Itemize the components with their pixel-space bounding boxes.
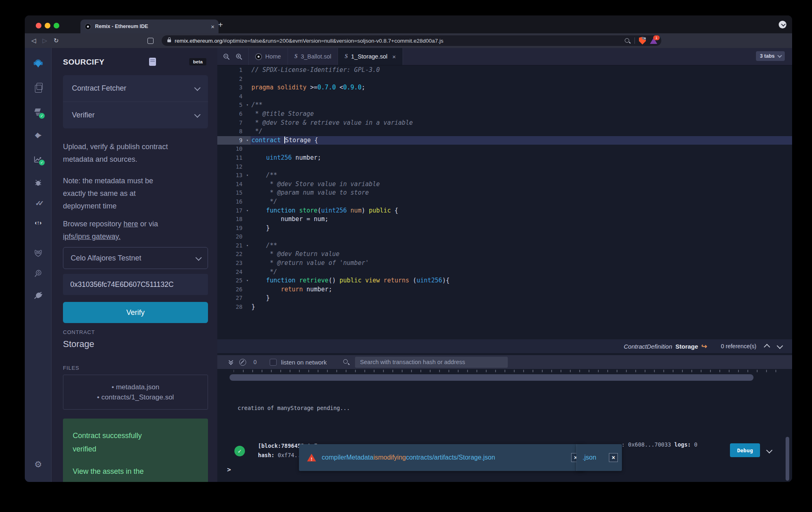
traffic-close-button[interactable]: [36, 23, 41, 28]
code-line[interactable]: 12: [217, 163, 792, 171]
verify-button[interactable]: Verify: [63, 302, 208, 323]
fold-icon[interactable]: ▾: [243, 206, 251, 215]
reload-button[interactable]: ↻: [54, 37, 59, 44]
code-line[interactable]: 13▾ /**: [217, 171, 792, 180]
fold-icon[interactable]: ▾: [243, 171, 251, 180]
expand-terminal-icon[interactable]: [229, 360, 232, 365]
line-number: 21: [217, 241, 243, 250]
eth-search-icon[interactable]: [33, 269, 43, 278]
code-token: /**: [251, 171, 277, 179]
deploy-and-run-icon[interactable]: ◆▸: [33, 130, 43, 140]
code-line[interactable]: 11 uint256 number;: [217, 154, 792, 163]
terminal-prompt[interactable]: >: [227, 466, 231, 473]
listen-on-network-checkbox[interactable]: [270, 359, 277, 366]
new-tab-button[interactable]: +: [218, 20, 223, 30]
tab-storage-sol[interactable]: S 1_Storage.sol ×: [338, 48, 403, 65]
line-number: 15: [217, 189, 243, 197]
code-line[interactable]: 16 */: [217, 197, 792, 206]
code-line[interactable]: 2: [217, 75, 792, 84]
browser-tab[interactable]: Remix - Ethereum IDE ×: [80, 20, 219, 33]
toast-close-icon[interactable]: ×: [609, 453, 618, 462]
code-line[interactable]: 17▾ function store(uint256 num) public {: [217, 206, 792, 215]
docs-book-icon[interactable]: [149, 58, 156, 66]
code-line[interactable]: 3pragma solidity >=0.7.0 <0.9.0;: [217, 83, 792, 92]
code-text: */: [251, 197, 277, 206]
code-line[interactable]: 18 number = num;: [217, 215, 792, 224]
zoom-page-icon[interactable]: [624, 38, 630, 44]
analytics-icon[interactable]: ✓: [33, 154, 43, 164]
zoom-out-icon[interactable]: [223, 53, 230, 60]
tab-home[interactable]: Home: [248, 48, 288, 65]
network-select[interactable]: Celo Alfajores Testnet: [63, 247, 208, 269]
repository-link[interactable]: here: [123, 220, 138, 228]
code-line[interactable]: 26 return number;: [217, 285, 792, 294]
adblock-extension-icon[interactable]: 1: [650, 37, 657, 44]
code-line[interactable]: 9▾contract Storage {: [217, 136, 792, 145]
sourcify-verify-icon[interactable]: ‹↑›: [33, 218, 43, 228]
traffic-minimize-button[interactable]: [45, 23, 50, 28]
ipfs-gateway-link[interactable]: ipfs/ipns gateway.: [63, 232, 121, 241]
code-line[interactable]: 7 * @dev Store & retrieve value in a var…: [217, 119, 792, 128]
code-line[interactable]: 14 * @dev Store value in variable: [217, 180, 792, 189]
fold-icon[interactable]: ▾: [243, 241, 251, 250]
tab-close-icon[interactable]: ×: [211, 23, 214, 30]
fold-icon[interactable]: ▾: [243, 101, 251, 110]
code-line[interactable]: 27 }: [217, 294, 792, 303]
tab-close-icon[interactable]: ×: [392, 53, 396, 60]
address-bar[interactable]: remix.ethereum.org/#optimize=false&runs=…: [162, 35, 661, 46]
collapse-tx-icon[interactable]: [767, 448, 771, 454]
fold-icon[interactable]: ▾: [243, 136, 251, 145]
code-line[interactable]: 8 */: [217, 127, 792, 136]
chevron-down-icon: [194, 85, 201, 91]
code-line[interactable]: 5▾/**: [217, 101, 792, 110]
contract-address-input[interactable]: [63, 274, 208, 295]
file-item[interactable]: metadata.json: [63, 383, 208, 391]
solidity-compiler-icon[interactable]: ✓: [33, 108, 43, 117]
zoom-in-icon[interactable]: [236, 53, 243, 60]
previous-reference-icon[interactable]: [764, 344, 770, 350]
brave-shield-icon[interactable]: 2: [639, 37, 646, 45]
back-button[interactable]: ◁: [31, 37, 36, 44]
accordion-contract-fetcher[interactable]: Contract Fetcher: [63, 75, 208, 102]
analytics-check-icon: ✓: [39, 159, 45, 166]
next-reference-icon[interactable]: [777, 343, 783, 349]
owl-plugin-icon[interactable]: [33, 248, 43, 258]
code-line[interactable]: 22 * @dev Return value: [217, 250, 792, 259]
code-line[interactable]: 1// SPDX-License-Identifier: GPL-3.0: [217, 66, 792, 75]
unit-testing-icon[interactable]: ✓✓: [33, 198, 43, 208]
code-line[interactable]: 10: [217, 145, 792, 154]
forward-button[interactable]: ▷: [43, 37, 48, 44]
fold-icon[interactable]: ▾: [243, 276, 251, 285]
vertical-scrollbar[interactable]: [786, 437, 789, 481]
code-line[interactable]: 23 * @return value of 'number': [217, 259, 792, 268]
code-line[interactable]: 19 }: [217, 224, 792, 233]
debug-button[interactable]: Debug: [730, 443, 760, 457]
code-line[interactable]: 15 * @param num value to store: [217, 189, 792, 197]
sourcify-logo-icon[interactable]: [33, 59, 43, 68]
accordion-verifier[interactable]: Verifier: [63, 102, 208, 128]
debugger-icon[interactable]: [33, 178, 43, 188]
code-line[interactable]: 25▾ function retrieve() public view retu…: [217, 276, 792, 285]
settings-gear-icon[interactable]: ⚙: [33, 460, 43, 469]
clear-console-icon[interactable]: [239, 359, 246, 366]
go-to-definition-icon[interactable]: ↪: [702, 342, 707, 351]
plugin-manager-icon[interactable]: [33, 291, 43, 300]
code-line[interactable]: 28}: [217, 303, 792, 312]
traffic-zoom-button[interactable]: [54, 23, 59, 28]
tab-search-button[interactable]: [779, 21, 786, 28]
horizontal-scrollbar[interactable]: [230, 374, 754, 381]
sidebar-toggle-icon[interactable]: [147, 38, 154, 44]
code-line[interactable]: 21▾ /**: [217, 241, 792, 250]
code-line[interactable]: 24 */: [217, 268, 792, 277]
code-line[interactable]: 6 * @title Storage: [217, 110, 792, 119]
code-line[interactable]: 4: [217, 92, 792, 101]
file-item[interactable]: contracts/1_Storage.sol: [63, 393, 208, 401]
code-lines[interactable]: 1// SPDX-License-Identifier: GPL-3.023pr…: [217, 65, 792, 341]
toast-text: compilerMetadata: [322, 454, 373, 461]
code-line[interactable]: 20: [217, 232, 792, 241]
tabs-count-button[interactable]: 3 tabs: [756, 51, 785, 61]
tab-ballot-sol[interactable]: S 3_Ballot.sol: [288, 48, 338, 65]
file-explorer-icon[interactable]: [33, 84, 43, 93]
fold-spacer: [243, 75, 251, 84]
terminal-search-input[interactable]: [355, 357, 508, 368]
